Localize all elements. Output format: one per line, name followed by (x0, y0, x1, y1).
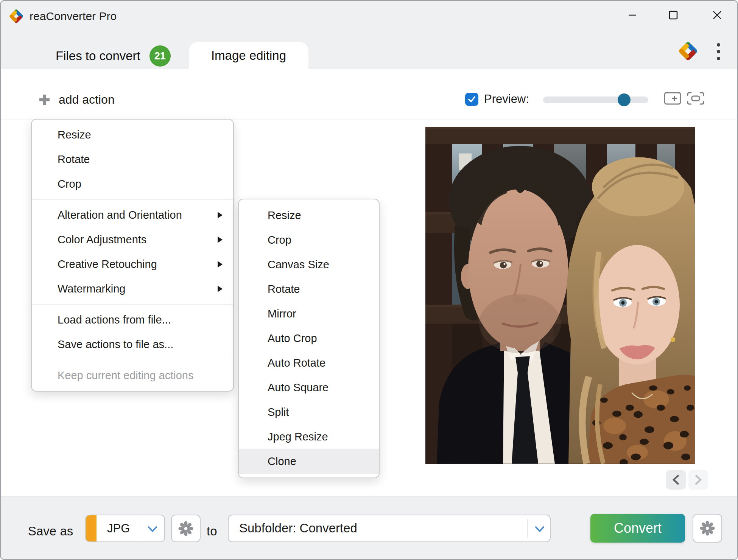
tab-image-editing[interactable]: Image editing (189, 42, 308, 69)
submenu-item-auto-square[interactable]: Auto Square (239, 375, 379, 400)
menu-item-watermarking[interactable]: Watermarking (32, 277, 233, 301)
destination-select[interactable]: Subfolder: Converted (228, 515, 551, 542)
editing-pane: add action Preview: (1, 69, 737, 498)
tab-files-to-convert[interactable]: Files to convert 21 (56, 43, 171, 69)
menu-separator (32, 304, 233, 305)
more-menu-button[interactable] (711, 41, 726, 62)
plus-in-rectangle-icon (664, 92, 681, 105)
maximize-icon (668, 10, 678, 20)
previous-image-button[interactable] (666, 470, 686, 490)
format-settings-button[interactable] (171, 515, 201, 542)
menu-item-crop[interactable]: Crop (32, 172, 233, 196)
menu-item-resize[interactable]: Resize (32, 123, 233, 147)
title-bar: reaConverter Pro (1, 1, 737, 33)
add-action-label: add action (59, 93, 115, 107)
maximize-button[interactable] (664, 6, 682, 24)
convert-settings-button[interactable] (693, 514, 722, 543)
bottom-bar: Save as JPG to Subfolder: Converted Conv… (1, 496, 737, 559)
preview-zoom-slider[interactable] (543, 96, 648, 103)
preview-photo (425, 127, 695, 464)
app-window: reaConverter Pro Files to convert 21 Ima… (0, 0, 738, 560)
menu-item-color-adjustments[interactable]: Color Adjustments (32, 227, 233, 252)
chevron-left-icon (672, 474, 680, 485)
slider-thumb[interactable] (618, 93, 631, 106)
submenu-item-mirror[interactable]: Mirror (239, 302, 379, 326)
menu-separator (32, 360, 233, 360)
destination-value: Subfolder: Converted (239, 521, 357, 535)
submenu-item-jpeg-resize[interactable]: Jpeg Resize (239, 425, 379, 449)
tab-files-label: Files to convert (56, 49, 140, 63)
submenu-item-rotate[interactable]: Rotate (239, 277, 379, 302)
preview-checkbox[interactable] (465, 93, 478, 106)
check-icon (467, 95, 476, 104)
kebab-dots-icon (717, 43, 720, 47)
submenu-arrow-icon (218, 261, 223, 268)
menu-item-save-actions[interactable]: Save actions to file as... (32, 332, 233, 357)
chevron-down-icon (534, 526, 546, 533)
minimize-button[interactable] (623, 6, 641, 24)
menu-item-alteration-and-orientation[interactable]: Alteration and Orientation (32, 203, 233, 227)
gear-icon (699, 520, 715, 536)
alteration-submenu: Resize Crop Canvas Size Rotate Mirror Au… (238, 199, 380, 478)
actual-size-button[interactable] (663, 92, 682, 105)
submenu-item-auto-rotate[interactable]: Auto Rotate (239, 351, 379, 375)
save-as-label: Save as (28, 524, 73, 538)
convert-label: Convert (614, 520, 662, 536)
submenu-item-crop[interactable]: Crop (239, 228, 379, 252)
add-action-button[interactable]: add action (39, 92, 115, 107)
tab-editing-label: Image editing (211, 48, 286, 63)
submenu-item-canvas-size[interactable]: Canvas Size (239, 252, 379, 277)
menu-item-creative-retouching[interactable]: Creative Retouching (32, 252, 233, 277)
fullscreen-button[interactable] (687, 92, 705, 105)
chevron-right-icon (694, 474, 702, 485)
plus-icon (39, 94, 50, 106)
minimize-icon (627, 10, 637, 20)
submenu-item-clone[interactable]: Clone (239, 449, 379, 474)
submenu-arrow-icon (218, 212, 223, 218)
window-title: reaConverter Pro (30, 10, 117, 23)
format-value: JPG (107, 522, 130, 535)
submenu-arrow-icon (218, 236, 223, 243)
submenu-item-split[interactable]: Split (239, 400, 379, 425)
chevron-down-icon (146, 526, 159, 533)
next-image-button[interactable] (688, 470, 708, 490)
close-button[interactable] (708, 6, 726, 24)
to-label: to (207, 524, 217, 538)
submenu-item-auto-crop[interactable]: Auto Crop (239, 326, 379, 351)
convert-button[interactable]: Convert (590, 514, 685, 543)
menu-item-load-actions[interactable]: Load actions from file... (32, 308, 233, 332)
add-action-menu: Resize Rotate Crop Alteration and Orient… (31, 119, 234, 392)
preview-label: Preview: (484, 92, 529, 106)
brand-logo-icon (676, 39, 700, 63)
menu-separator (32, 199, 233, 200)
corner-brackets-icon (687, 92, 704, 105)
gear-icon (178, 521, 194, 537)
menu-item-keep-current-actions: Keep current editing actions (32, 363, 233, 388)
submenu-item-resize[interactable]: Resize (239, 203, 379, 228)
submenu-arrow-icon (218, 286, 223, 292)
format-color-stripe (86, 515, 97, 541)
files-count-badge: 21 (149, 45, 171, 67)
format-select[interactable]: JPG (85, 515, 165, 542)
app-logo-icon (8, 8, 25, 25)
close-icon (712, 10, 722, 20)
menu-item-rotate[interactable]: Rotate (32, 147, 233, 172)
